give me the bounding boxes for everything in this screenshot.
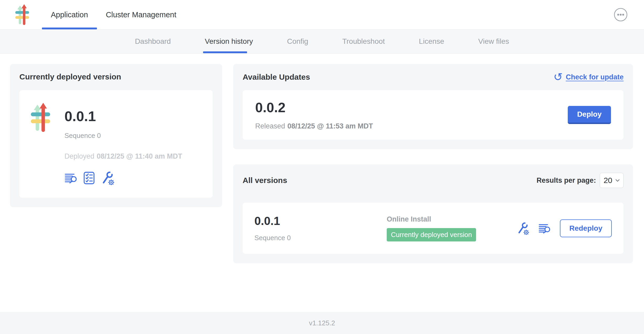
tab-config-label: Config [287, 37, 308, 46]
tab-license[interactable]: License [402, 30, 461, 53]
top-nav-tabs: Application Cluster Management [42, 0, 185, 29]
check-for-update-link[interactable]: ↺ Check for update [553, 72, 624, 82]
update-info: 0.0.2 Released08/12/25 @ 11:53 am MDT [255, 100, 373, 130]
version-row-number: 0.0.1 [254, 214, 387, 228]
deploy-logs-icon[interactable] [538, 223, 551, 234]
deployed-sequence: Sequence 0 [64, 132, 182, 140]
results-per-page-label: Results per page: [537, 176, 596, 185]
all-versions-title: All versions [243, 176, 287, 185]
released-date: 08/12/25 @ 11:53 am MDT [287, 122, 373, 130]
console-version: v1.125.2 [309, 319, 335, 327]
install-type-label: Online Install [387, 215, 516, 223]
version-row-status: Online Install Currently deployed versio… [387, 215, 516, 241]
released-prefix: Released [255, 122, 285, 130]
edit-config-icon[interactable] [516, 222, 530, 235]
results-per-page-value: 20 [604, 176, 612, 185]
all-versions-card: All versions Results per page: 20 0.0.1 … [233, 164, 633, 263]
tab-cluster-management-label: Cluster Management [106, 10, 176, 19]
tab-dashboard[interactable]: Dashboard [118, 30, 188, 53]
results-per-page-select[interactable]: 20 [600, 173, 624, 188]
deployed-version-number: 0.0.1 [64, 108, 182, 124]
available-updates-card: Available Updates ↺ Check for update 0.0… [233, 64, 633, 149]
left-column: Currently deployed version 0.0.1 Sequenc… [10, 64, 222, 207]
version-row-info: 0.0.1 Sequence 0 [254, 214, 387, 242]
edit-config-icon[interactable] [101, 171, 115, 185]
update-released-timestamp: Released08/12/25 @ 11:53 am MDT [255, 122, 373, 130]
update-version-number: 0.0.2 [255, 100, 373, 115]
tab-application-label: Application [51, 10, 88, 19]
tab-troubleshoot[interactable]: Troubleshoot [325, 30, 402, 53]
status-badge: Currently deployed version [387, 228, 476, 241]
available-updates-title: Available Updates [243, 73, 310, 82]
console-footer: v1.125.2 [0, 312, 644, 334]
update-row: 0.0.2 Released08/12/25 @ 11:53 am MDT De… [243, 90, 624, 140]
tab-view-files[interactable]: View files [461, 30, 526, 53]
tab-cluster-management[interactable]: Cluster Management [97, 0, 185, 29]
currently-deployed-title: Currently deployed version [19, 72, 213, 81]
results-per-page-control: Results per page: 20 [537, 173, 624, 188]
deploy-button[interactable]: Deploy [568, 106, 611, 124]
tab-view-files-label: View files [478, 37, 509, 46]
deploy-logs-icon[interactable] [64, 172, 78, 184]
main-content: Currently deployed version 0.0.1 Sequenc… [0, 53, 644, 312]
version-row-sequence: Sequence 0 [254, 234, 387, 242]
tab-version-history[interactable]: Version history [188, 30, 270, 53]
deployed-date: 08/12/25 @ 11:40 am MDT [97, 152, 182, 160]
app-logo-icon [15, 4, 32, 25]
tab-troubleshoot-label: Troubleshoot [342, 37, 385, 46]
deployed-prefix: Deployed [64, 152, 94, 160]
version-row: 0.0.1 Sequence 0 Online Install Currentl… [243, 203, 624, 254]
chevron-down-icon [615, 179, 620, 182]
currently-deployed-card: Currently deployed version 0.0.1 Sequenc… [10, 64, 222, 207]
preflight-checks-icon[interactable] [83, 171, 95, 185]
deployed-actions [64, 171, 182, 185]
available-updates-header: Available Updates ↺ Check for update [243, 72, 624, 82]
deployed-version-panel: 0.0.1 Sequence 0 Deployed08/12/25 @ 11:4… [19, 90, 213, 198]
refresh-icon: ↺ [553, 72, 563, 82]
right-column: Available Updates ↺ Check for update 0.0… [233, 64, 633, 263]
app-logo-icon [30, 103, 54, 132]
tab-application[interactable]: Application [42, 0, 97, 29]
redeploy-button[interactable]: Redeploy [560, 219, 612, 237]
all-versions-header: All versions Results per page: 20 [243, 173, 624, 188]
more-options-button[interactable] [614, 0, 628, 29]
tab-license-label: License [419, 37, 444, 46]
deployed-version-info: 0.0.1 Sequence 0 Deployed08/12/25 @ 11:4… [64, 101, 182, 185]
deployed-timestamp: Deployed08/12/25 @ 11:40 am MDT [64, 152, 182, 160]
check-for-update-label: Check for update [566, 73, 624, 81]
ellipsis-circle-icon [614, 8, 628, 22]
tab-config[interactable]: Config [270, 30, 325, 53]
topbar-spacer [185, 0, 614, 29]
top-nav-bar: Application Cluster Management [0, 0, 644, 30]
version-row-actions: Redeploy [516, 219, 612, 237]
app-logo [15, 0, 32, 29]
tab-version-history-label: Version history [205, 37, 253, 46]
tab-dashboard-label: Dashboard [135, 37, 171, 46]
app-sub-nav: Dashboard Version history Config Trouble… [0, 30, 644, 53]
